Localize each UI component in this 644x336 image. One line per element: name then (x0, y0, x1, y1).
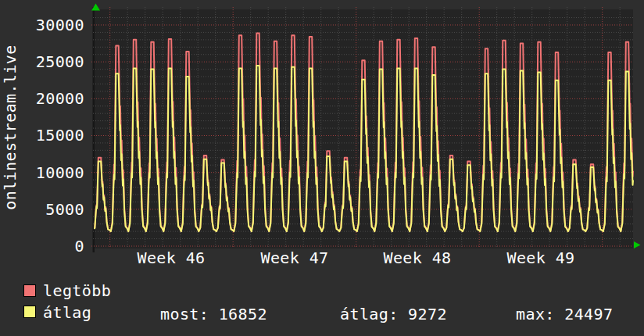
y-axis-tick-label: 0 (0, 238, 84, 255)
y-axis-tick-label: 20000 (0, 90, 84, 107)
y-axis-tick-label: 15000 (0, 127, 84, 144)
graph-panel: onlinestream.live 3000025000200001500010… (0, 0, 644, 336)
legend-label-atlag: átlag (43, 304, 91, 321)
x-axis-week-label: Week 49 (474, 249, 607, 266)
legend-swatch-legtobb (23, 284, 36, 297)
x-axis-week-label: Week 46 (105, 249, 238, 266)
stat-max: max: 24497 (516, 306, 613, 323)
legend-swatch-atlag (23, 306, 36, 318)
legend-label-legtobb: legtöbb (43, 282, 111, 299)
stat-atlag: átlag: 9272 (340, 306, 447, 323)
y-axis-tick-label: 10000 (0, 164, 84, 181)
x-axis-week-label: Week 48 (351, 249, 484, 266)
y-axis-tick-label: 25000 (0, 53, 84, 70)
y-axis-tick-label: 30000 (0, 16, 84, 34)
x-axis-week-label: Week 47 (228, 249, 361, 266)
stat-most: most: 16852 (160, 306, 267, 323)
y-axis-tick-label: 5000 (0, 201, 84, 218)
